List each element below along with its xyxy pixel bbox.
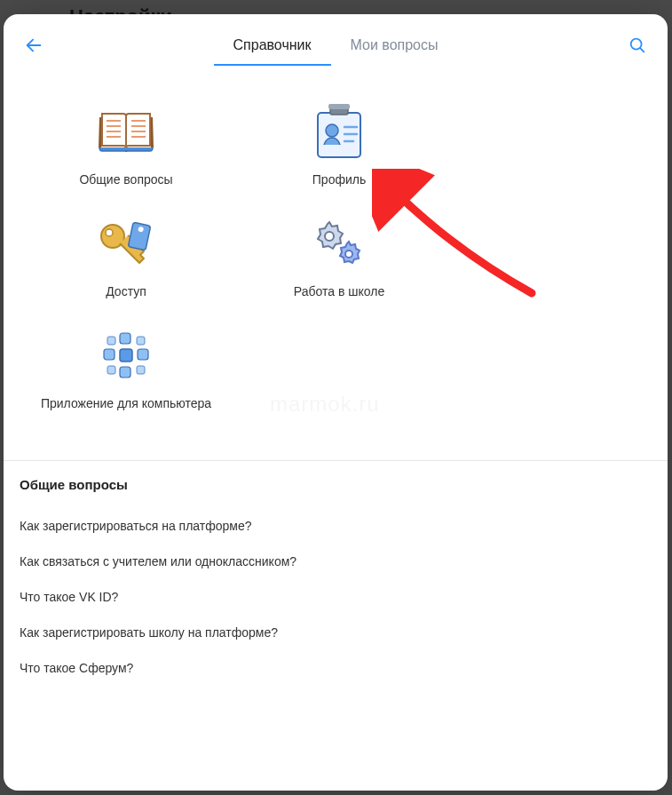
profile-card-icon bbox=[307, 99, 371, 163]
modal-header: Справочник Мои вопросы bbox=[4, 14, 668, 66]
svg-point-9 bbox=[325, 232, 334, 241]
svg-rect-14 bbox=[120, 333, 130, 344]
question-link[interactable]: Как зарегистрировать школу на платформе? bbox=[20, 615, 652, 650]
tabs: Справочник Мои вопросы bbox=[50, 25, 621, 66]
gears-icon bbox=[307, 211, 371, 275]
category-label: Доступ bbox=[106, 284, 146, 298]
svg-rect-3 bbox=[328, 104, 350, 109]
search-button[interactable] bbox=[621, 29, 653, 61]
svg-rect-12 bbox=[104, 349, 115, 360]
svg-rect-17 bbox=[137, 337, 145, 345]
apps-icon bbox=[94, 323, 158, 387]
category-label: Общие вопросы bbox=[79, 172, 172, 187]
question-link[interactable]: Как связаться с учителем или одноклассни… bbox=[20, 544, 652, 579]
category-school[interactable]: Работа в школе bbox=[233, 211, 446, 298]
category-general[interactable]: Общие вопросы bbox=[20, 99, 233, 187]
help-modal: Справочник Мои вопросы Общие в bbox=[4, 14, 668, 791]
svg-point-6 bbox=[106, 229, 113, 236]
key-icon bbox=[94, 211, 158, 275]
svg-point-4 bbox=[326, 124, 338, 137]
question-link[interactable]: Что такое VK ID? bbox=[20, 579, 652, 615]
section-title: Общие вопросы bbox=[20, 477, 652, 492]
svg-rect-15 bbox=[120, 367, 130, 378]
questions-section: Общие вопросы Как зарегистрироваться на … bbox=[4, 461, 668, 693]
category-desktop-app[interactable]: Приложение для компьютера bbox=[20, 323, 233, 410]
svg-rect-18 bbox=[107, 366, 115, 374]
svg-rect-13 bbox=[138, 349, 148, 360]
svg-rect-7 bbox=[128, 222, 150, 250]
category-access[interactable]: Доступ bbox=[20, 211, 233, 298]
svg-rect-11 bbox=[120, 349, 132, 362]
category-label: Приложение для компьютера bbox=[41, 396, 211, 410]
question-link[interactable]: Как зарегистрироваться на платформе? bbox=[20, 508, 652, 544]
book-icon bbox=[94, 99, 158, 163]
svg-rect-16 bbox=[107, 337, 115, 345]
tab-my-questions[interactable]: Мои вопросы bbox=[331, 25, 458, 66]
category-profile[interactable]: Профиль bbox=[233, 99, 446, 187]
category-grid: Общие вопросы Профиль bbox=[4, 66, 668, 461]
svg-point-10 bbox=[345, 250, 352, 258]
svg-rect-19 bbox=[137, 366, 145, 374]
search-icon bbox=[628, 36, 647, 55]
back-button[interactable] bbox=[18, 29, 50, 61]
category-label: Профиль bbox=[312, 172, 366, 187]
question-link[interactable]: Что такое Сферум? bbox=[20, 650, 652, 686]
arrow-left-icon bbox=[24, 36, 43, 55]
category-label: Работа в школе bbox=[294, 284, 384, 298]
tab-reference[interactable]: Справочник bbox=[214, 25, 331, 66]
